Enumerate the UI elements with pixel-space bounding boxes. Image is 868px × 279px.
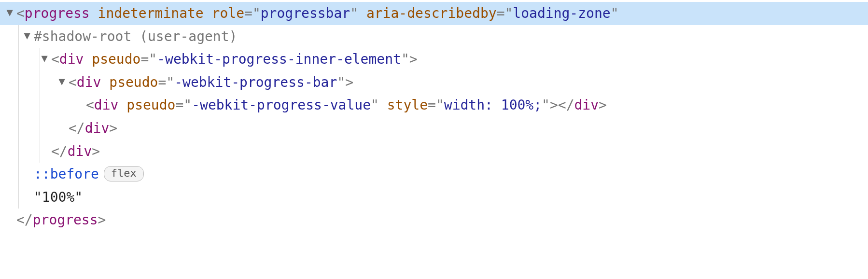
- gutter: ▼: [3, 211, 16, 229]
- shadow-root-label: #shadow-root (user-agent): [34, 25, 237, 48]
- angle-open: <: [16, 5, 25, 21]
- tag-name-close: div: [574, 97, 599, 113]
- gutter: ▼: [3, 96, 86, 114]
- tag-name-close: div: [85, 120, 110, 136]
- attr-value: width: 100%;: [444, 97, 542, 113]
- angle-open: <: [86, 97, 94, 113]
- attr-name: indeterminate: [98, 5, 204, 21]
- angle-close: >: [550, 97, 558, 113]
- attr-value: loading-zone: [513, 5, 610, 21]
- gutter: ▼: [3, 142, 51, 160]
- tag-name: div: [77, 74, 101, 90]
- expand-toggle-icon[interactable]: ▼: [38, 49, 51, 67]
- expand-toggle-icon[interactable]: ▼: [55, 72, 69, 90]
- angle-close: >: [409, 51, 418, 67]
- gutter: ▼: [3, 4, 16, 22]
- tag-name: div: [59, 51, 84, 67]
- attr-name: pseudo: [109, 74, 158, 90]
- dom-node-pseudo-before[interactable]: ▼ ::before flex: [0, 163, 868, 186]
- dom-node-div-inner-element-close[interactable]: ▼ </div>: [0, 140, 868, 163]
- equals: =: [428, 97, 436, 113]
- quote: ": [166, 74, 174, 90]
- equals: =: [244, 5, 252, 21]
- tag-open: <div pseudo="-webkit-progress-inner-elem…: [51, 48, 418, 71]
- dom-node-div-inner-element-open[interactable]: ▼ <div pseudo="-webkit-progress-inner-el…: [0, 48, 868, 71]
- quote: ": [436, 97, 444, 113]
- tag-name-close: progress: [33, 212, 98, 228]
- gutter: ▼: [3, 50, 51, 68]
- text-node-value: "100%": [34, 186, 83, 209]
- dom-node-progress-open[interactable]: ▼ <progress indeterminate role="progress…: [0, 2, 868, 25]
- quote: ": [371, 97, 379, 113]
- display-mode-badge: flex: [104, 166, 144, 181]
- quote: ": [504, 5, 513, 21]
- dom-node-shadow-root[interactable]: ▼ #shadow-root (user-agent): [0, 25, 868, 48]
- attr-value: progressbar: [261, 5, 350, 21]
- attr-name: aria-describedby: [366, 5, 497, 21]
- dom-node-div-progress-value[interactable]: ▼ <div pseudo="-webkit-progress-value" s…: [0, 94, 868, 117]
- quote: ": [149, 51, 157, 67]
- angle-close: >: [98, 212, 106, 228]
- angle-close: >: [92, 143, 100, 159]
- angle-open-slash: </: [558, 97, 574, 113]
- quote: ": [401, 51, 409, 67]
- dom-node-progress-close[interactable]: ▼ </progress>: [0, 209, 868, 232]
- angle-open-slash: </: [69, 120, 85, 136]
- equals: =: [175, 97, 183, 113]
- dom-node-div-progress-bar-open[interactable]: ▼ <div pseudo="-webkit-progress-bar">: [0, 71, 868, 94]
- expand-toggle-icon[interactable]: ▼: [3, 3, 16, 21]
- tag-name-close: div: [68, 143, 92, 159]
- gutter: ▼: [3, 119, 69, 137]
- angle-close: >: [345, 74, 353, 90]
- angle-open: <: [51, 51, 59, 67]
- angle-open-slash: </: [51, 143, 68, 159]
- attr-name: pseudo: [92, 51, 140, 67]
- quote: ": [252, 5, 261, 21]
- attr-value: -webkit-progress-inner-element: [157, 51, 401, 67]
- equals: =: [140, 51, 149, 67]
- tag-close: </progress>: [16, 209, 106, 232]
- dom-node-text[interactable]: ▼ "100%": [0, 186, 868, 209]
- tag-open: <progress indeterminate role="progressba…: [16, 2, 619, 25]
- dom-node-div-progress-bar-close[interactable]: ▼ </div>: [0, 117, 868, 140]
- tag-open: <div pseudo="-webkit-progress-bar">: [69, 71, 353, 94]
- angle-open-slash: </: [16, 212, 33, 228]
- tag-open: <div pseudo="-webkit-progress-value" sty…: [86, 94, 607, 117]
- quote: ": [542, 97, 550, 113]
- quote: ": [337, 74, 345, 90]
- gutter: ▼: [3, 73, 69, 91]
- attr-value: -webkit-progress-bar: [174, 74, 337, 90]
- attr-name: role: [212, 5, 244, 21]
- dom-tree-panel: ▼ <progress indeterminate role="progress…: [0, 0, 868, 237]
- expand-toggle-icon[interactable]: ▼: [20, 27, 34, 44]
- angle-close: >: [599, 97, 607, 113]
- angle-open: <: [69, 74, 77, 90]
- tag-close: </div>: [69, 117, 117, 140]
- quote: ": [183, 97, 192, 113]
- quote: ": [350, 5, 358, 21]
- attr-name: pseudo: [126, 97, 175, 113]
- quote: ": [611, 5, 619, 21]
- tag-name: div: [94, 97, 119, 113]
- equals: =: [497, 5, 505, 21]
- pseudo-element-label: ::before: [34, 163, 99, 186]
- tag-name: progress: [25, 5, 90, 21]
- angle-close: >: [109, 120, 117, 136]
- attr-name: style: [387, 97, 428, 113]
- equals: =: [158, 74, 166, 90]
- tag-close: </div>: [51, 140, 100, 163]
- attr-value: -webkit-progress-value: [192, 97, 371, 113]
